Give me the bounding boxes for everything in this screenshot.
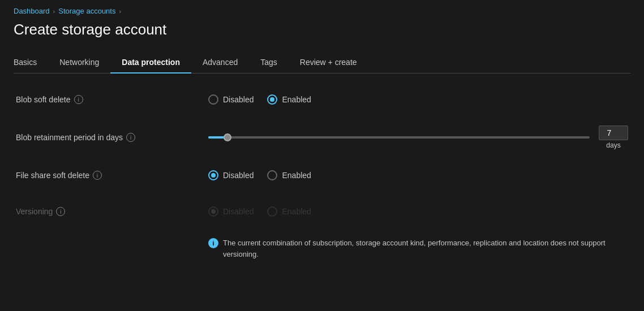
blob-soft-delete-enabled-option[interactable]: Enabled: [267, 94, 311, 105]
blob-retention-days-label: days: [606, 141, 620, 149]
blob-soft-delete-row: Blob soft delete i Disabled Enabled: [16, 89, 628, 110]
blob-soft-delete-options: Disabled Enabled: [208, 94, 311, 105]
versioning-enabled-option: Enabled: [267, 206, 311, 217]
page-container: Dashboard › Storage accounts › Create st…: [0, 0, 644, 311]
blob-soft-delete-disabled-radio[interactable]: [208, 94, 218, 105]
content-area: Blob soft delete i Disabled Enabled: [14, 89, 630, 260]
file-share-disabled-radio-inner: [211, 173, 216, 178]
file-share-enabled-label: Enabled: [282, 171, 311, 180]
versioning-enabled-radio: [267, 206, 277, 217]
breadcrumb-storage-accounts[interactable]: Storage accounts: [58, 7, 115, 15]
file-share-disabled-label: Disabled: [223, 171, 254, 180]
blob-retention-slider-thumb[interactable]: [224, 133, 231, 141]
versioning-row: Versioning i Disabled Enabled: [16, 201, 628, 222]
breadcrumb-dashboard[interactable]: Dashboard: [14, 7, 50, 15]
blob-retention-text: Blob retainment period in days: [16, 133, 123, 142]
versioning-text: Versioning: [16, 207, 53, 216]
file-share-soft-delete-row: File share soft delete i Disabled Enable…: [16, 165, 628, 185]
breadcrumb-separator-1: ›: [53, 8, 55, 15]
versioning-enabled-label: Enabled: [282, 207, 311, 216]
blob-retention-slider-track[interactable]: [208, 136, 590, 139]
blob-soft-delete-label: Blob soft delete i: [16, 95, 208, 104]
versioning-info-icon[interactable]: i: [56, 207, 65, 216]
versioning-notice-text: The current combination of subscription,…: [223, 237, 608, 260]
tab-data-protection[interactable]: Data protection: [110, 52, 191, 74]
tab-review-create[interactable]: Review + create: [289, 52, 368, 74]
breadcrumb: Dashboard › Storage accounts ›: [14, 7, 630, 15]
tabs-container: Basics Networking Data protection Advanc…: [14, 52, 630, 74]
breadcrumb-separator-2: ›: [119, 8, 121, 15]
blob-soft-delete-text: Blob soft delete: [16, 95, 71, 104]
blob-soft-delete-enabled-radio[interactable]: [267, 94, 277, 105]
tab-advanced[interactable]: Advanced: [191, 52, 249, 74]
blob-soft-delete-disabled-label: Disabled: [223, 95, 254, 104]
blob-retention-info-icon[interactable]: i: [126, 133, 135, 142]
file-share-enabled-option[interactable]: Enabled: [267, 170, 311, 180]
blob-retention-days-input[interactable]: [599, 126, 628, 140]
file-share-soft-delete-label: File share soft delete i: [16, 171, 208, 180]
versioning-notice: i The current combination of subscriptio…: [208, 237, 628, 260]
file-share-soft-delete-options: Disabled Enabled: [208, 170, 311, 180]
blob-soft-delete-info-icon[interactable]: i: [74, 95, 83, 104]
blob-soft-delete-enabled-label: Enabled: [282, 95, 311, 104]
versioning-label: Versioning i: [16, 207, 208, 216]
file-share-soft-delete-info-icon[interactable]: i: [93, 171, 102, 180]
tab-networking[interactable]: Networking: [48, 52, 110, 74]
versioning-disabled-option: Disabled: [208, 206, 254, 217]
versioning-notice-icon: i: [208, 238, 218, 248]
blob-soft-delete-disabled-option[interactable]: Disabled: [208, 94, 254, 105]
tab-tags[interactable]: Tags: [249, 52, 289, 74]
versioning-disabled-radio: [208, 206, 218, 217]
blob-retention-slider-container: days: [208, 126, 628, 149]
file-share-soft-delete-text: File share soft delete: [16, 171, 89, 180]
days-input-container: days: [599, 126, 628, 149]
blob-soft-delete-enabled-radio-inner: [270, 97, 274, 102]
file-share-disabled-radio[interactable]: [208, 170, 218, 180]
file-share-disabled-option[interactable]: Disabled: [208, 170, 254, 180]
page-title: Create storage account: [14, 21, 630, 38]
tab-basics[interactable]: Basics: [14, 52, 48, 74]
blob-retention-row: Blob retainment period in days i days: [16, 126, 628, 149]
file-share-enabled-radio[interactable]: [267, 170, 277, 180]
blob-retention-label: Blob retainment period in days i: [16, 133, 208, 142]
versioning-disabled-label: Disabled: [223, 207, 254, 216]
versioning-disabled-radio-inner: [211, 209, 216, 214]
versioning-options: Disabled Enabled: [208, 206, 311, 217]
